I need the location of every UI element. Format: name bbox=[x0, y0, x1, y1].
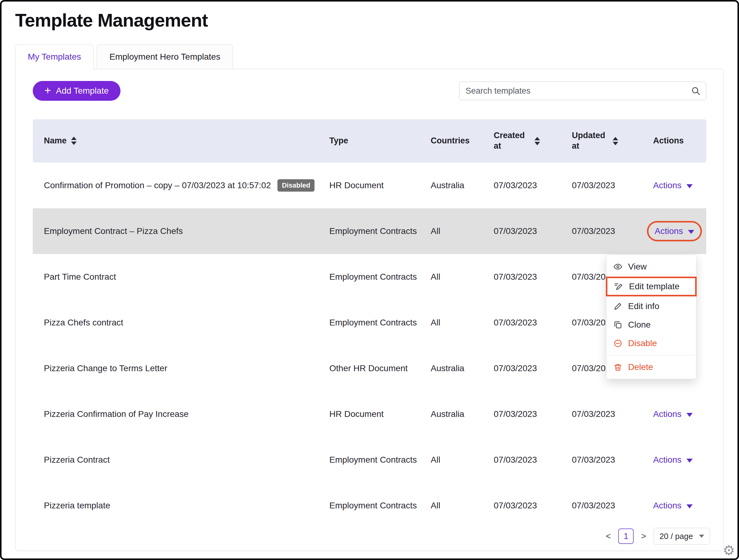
column-header-name: Name bbox=[33, 135, 320, 147]
template-type: HR Document bbox=[320, 408, 422, 420]
toolbar: + Add Template bbox=[33, 81, 706, 101]
actions-dropdown-open[interactable]: Actions bbox=[655, 225, 694, 237]
sort-icon[interactable] bbox=[71, 137, 77, 145]
template-countries: All bbox=[422, 316, 487, 328]
template-name: Pizzeria Contract bbox=[33, 454, 320, 466]
search-icon[interactable] bbox=[691, 86, 701, 97]
template-name: Pizza Chefs contract bbox=[33, 316, 320, 328]
sort-icon[interactable] bbox=[613, 137, 618, 145]
template-type: HR Document bbox=[320, 179, 422, 191]
actions-menu: View Edit template Edit info Clone bbox=[606, 255, 696, 379]
template-type: Employment Contracts bbox=[320, 271, 422, 283]
column-header-actions: Actions bbox=[647, 135, 706, 147]
column-header-updated-at: Updated at bbox=[566, 130, 647, 151]
clone-icon bbox=[613, 320, 622, 329]
chevron-down-icon bbox=[687, 459, 693, 463]
column-header-countries: Countries bbox=[422, 135, 487, 147]
app-window: Template Management My Templates Employm… bbox=[0, 0, 739, 560]
actions-dropdown[interactable]: Actions bbox=[653, 179, 693, 191]
created-at: 07/03/2023 bbox=[487, 500, 566, 512]
template-countries: Australia bbox=[422, 362, 487, 374]
previous-page-button[interactable]: < bbox=[606, 531, 611, 541]
status-badge: Disabled bbox=[277, 179, 314, 192]
menu-item-view[interactable]: View bbox=[606, 257, 696, 276]
actions-dropdown[interactable]: Actions bbox=[653, 454, 693, 466]
current-page-button[interactable]: 1 bbox=[618, 529, 634, 544]
template-countries: All bbox=[422, 271, 487, 283]
menu-divider bbox=[606, 355, 696, 356]
template-name: Pizzeria Change to Terms Letter bbox=[33, 362, 320, 374]
updated-at: 07/03/2023 bbox=[566, 179, 647, 191]
table-row: Pizzeria Change to Terms Letter Other HR… bbox=[33, 345, 706, 391]
chevron-down-icon bbox=[687, 184, 693, 188]
table-row: Pizzeria Confirmation of Pay Increase HR… bbox=[33, 391, 706, 437]
created-at: 07/03/2023 bbox=[487, 408, 566, 420]
menu-item-edit-template[interactable]: Edit template bbox=[606, 277, 697, 296]
table-row: Pizza Chefs contract Employment Contract… bbox=[33, 300, 706, 345]
add-template-label: Add Template bbox=[56, 86, 109, 96]
search-input[interactable] bbox=[459, 82, 706, 100]
chevron-down-icon bbox=[687, 413, 693, 417]
updated-at: 07/03/2023 bbox=[566, 500, 647, 512]
template-countries: Australia bbox=[422, 408, 487, 420]
actions-dropdown[interactable]: Actions bbox=[653, 408, 693, 420]
template-type: Employment Contracts bbox=[320, 500, 422, 512]
plus-icon: + bbox=[44, 85, 51, 96]
chevron-down-icon bbox=[688, 230, 694, 234]
disable-icon bbox=[613, 339, 622, 348]
next-page-button[interactable]: > bbox=[641, 531, 646, 541]
template-type: Employment Contracts bbox=[320, 454, 422, 466]
table-header-row: Name Type Countries Created at Updated a… bbox=[33, 119, 706, 163]
template-name: Pizzeria template bbox=[33, 500, 320, 512]
pagination: < 1 > 20 / page bbox=[606, 528, 710, 545]
menu-item-delete[interactable]: Delete bbox=[606, 358, 696, 377]
menu-item-disable[interactable]: Disable bbox=[606, 334, 696, 353]
tab-employment-hero-templates[interactable]: Employment Hero Templates bbox=[97, 44, 233, 69]
column-header-type: Type bbox=[320, 135, 422, 147]
eye-icon bbox=[613, 262, 622, 271]
template-name: Employment Contract – Pizza Chefs bbox=[33, 225, 320, 237]
template-name: Confirmation of Promotion – copy – 07/03… bbox=[44, 180, 271, 190]
template-name: Pizzeria Confirmation of Pay Increase bbox=[33, 408, 320, 420]
chevron-down-icon bbox=[687, 505, 693, 509]
page-size-select[interactable]: 20 / page bbox=[654, 528, 710, 545]
template-name: Part Time Contract bbox=[33, 271, 320, 283]
table-row: Pizzeria template Employment Contracts A… bbox=[33, 483, 706, 529]
template-countries: All bbox=[422, 454, 487, 466]
column-header-created-at: Created at bbox=[487, 130, 566, 151]
tab-bar: My Templates Employment Hero Templates bbox=[15, 44, 737, 69]
created-at: 07/03/2023 bbox=[487, 362, 566, 374]
updated-at: 07/03/2023 bbox=[566, 408, 647, 420]
menu-item-edit-info[interactable]: Edit info bbox=[606, 297, 696, 315]
tab-my-templates-label: My Templates bbox=[28, 52, 81, 61]
tab-eh-templates-label: Employment Hero Templates bbox=[109, 52, 220, 61]
created-at: 07/03/2023 bbox=[487, 454, 566, 466]
page-title: Template Management bbox=[15, 10, 737, 31]
annotation-circle: Actions bbox=[647, 221, 702, 241]
table-row: Pizzeria Contract Employment Contracts A… bbox=[33, 437, 706, 483]
table-row: Employment Contract – Pizza Chefs Employ… bbox=[33, 208, 706, 254]
add-template-button[interactable]: + Add Template bbox=[33, 81, 121, 101]
gear-icon[interactable]: ⚙ bbox=[723, 544, 735, 557]
table-row: Confirmation of Promotion – copy – 07/03… bbox=[33, 163, 706, 208]
template-type: Other HR Document bbox=[320, 362, 422, 374]
created-at: 07/03/2023 bbox=[487, 271, 566, 283]
template-countries: All bbox=[422, 500, 487, 512]
created-at: 07/03/2023 bbox=[487, 316, 566, 328]
pencil-icon bbox=[613, 302, 622, 311]
tab-my-templates[interactable]: My Templates bbox=[15, 44, 94, 69]
menu-item-clone[interactable]: Clone bbox=[606, 315, 696, 334]
template-countries: Australia bbox=[422, 179, 487, 191]
edit-template-icon bbox=[614, 282, 623, 291]
template-name-cell: Confirmation of Promotion – copy – 07/03… bbox=[33, 179, 320, 192]
actions-dropdown[interactable]: Actions bbox=[653, 500, 693, 512]
trash-icon bbox=[613, 363, 622, 372]
table-row: Part Time Contract Employment Contracts … bbox=[33, 254, 706, 300]
chevron-down-icon bbox=[699, 535, 704, 538]
created-at: 07/03/2023 bbox=[487, 225, 566, 237]
template-type: Employment Contracts bbox=[320, 316, 422, 328]
template-type: Employment Contracts bbox=[320, 225, 422, 237]
search-container bbox=[459, 82, 706, 100]
sort-icon[interactable] bbox=[535, 137, 540, 145]
template-countries: All bbox=[422, 225, 487, 237]
